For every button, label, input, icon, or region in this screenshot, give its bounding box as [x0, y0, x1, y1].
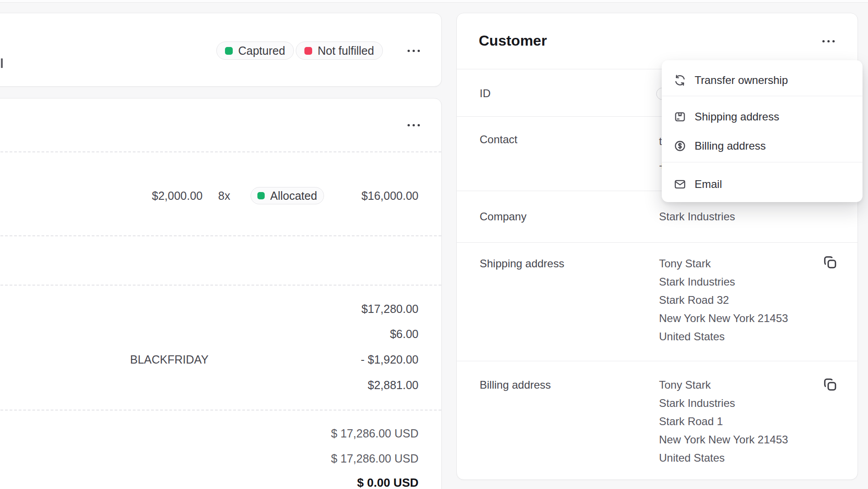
- address-line: Stark Road 32: [659, 291, 788, 309]
- captured-status-dot: [225, 47, 233, 55]
- shipping-address-block: Tony Stark Stark Industries Stark Road 3…: [659, 255, 788, 346]
- dots-icon: [832, 40, 835, 42]
- menu-item-label: Transfer ownership: [695, 74, 788, 87]
- package-icon: [674, 110, 686, 123]
- order-summary-card: $2,000.00 8x Allocated $16,000.00 $17,28…: [0, 98, 442, 489]
- menu-item-billing-address[interactable]: Billing address: [662, 133, 863, 159]
- company-label: Company: [480, 210, 527, 224]
- address-line: Stark Industries: [659, 394, 788, 412]
- id-label: ID: [480, 87, 491, 100]
- dots-icon: [408, 50, 410, 52]
- section-divider: [457, 361, 858, 361]
- address-line: Stark Road 1: [659, 412, 788, 431]
- dots-icon: [413, 124, 415, 126]
- top-bar-edge: [0, 0, 868, 3]
- copy-billing-address-button[interactable]: [822, 376, 838, 393]
- dots-icon: [408, 124, 410, 126]
- line-item-unit-price: $2,000.00: [152, 189, 203, 203]
- address-line: United States: [659, 328, 788, 346]
- billing-address-label: Billing address: [480, 378, 551, 392]
- billing-address-block: Tony Stark Stark Industries Stark Road 1…: [659, 376, 788, 467]
- dots-icon: [418, 124, 420, 126]
- address-line: Stark Industries: [659, 273, 788, 291]
- dots-icon: [413, 50, 415, 52]
- address-line: Tony Stark: [659, 376, 788, 394]
- sync-icon: [674, 74, 686, 87]
- menu-item-label: Email: [695, 178, 722, 191]
- row-divider: [0, 285, 441, 286]
- dollar-circle-icon: [674, 140, 686, 152]
- address-line: New York New York 21453: [659, 309, 788, 328]
- row-divider: [0, 235, 441, 236]
- customer-context-menu: Transfer ownership Shipping address Bill…: [662, 60, 863, 202]
- taxes-value: $2,881.00: [368, 378, 418, 392]
- shipping-address-label: Shipping address: [480, 257, 564, 271]
- company-value: Stark Industries: [659, 210, 735, 224]
- dots-icon: [418, 50, 420, 52]
- address-line: New York New York 21453: [659, 431, 788, 449]
- menu-item-transfer-ownership[interactable]: Transfer ownership: [662, 68, 863, 93]
- contact-label: Contact: [480, 133, 518, 146]
- address-line: United States: [659, 449, 788, 467]
- captured-status-label: Captured: [238, 44, 285, 57]
- row-divider: [0, 151, 441, 152]
- balance-value: $ 0.00 USD: [357, 476, 418, 489]
- menu-item-email[interactable]: Email: [662, 172, 863, 197]
- order-detail-screen: Captured Not fulfilled $2,000.00 8x Allo…: [0, 0, 868, 489]
- subtotal-value: $17,280.00: [361, 302, 418, 316]
- menu-item-shipping-address[interactable]: Shipping address: [662, 104, 863, 130]
- copy-shipping-address-button[interactable]: [822, 254, 838, 271]
- menu-item-label: Billing address: [695, 140, 766, 152]
- total-value: $ 17,286.00 USD: [331, 427, 418, 440]
- dots-icon: [827, 40, 830, 42]
- section-divider: [457, 242, 858, 243]
- customer-card-title: Customer: [479, 32, 547, 49]
- captured-amount-value: $ 17,286.00 USD: [331, 452, 418, 465]
- line-item-quantity: 8x: [218, 189, 230, 203]
- shipping-value: $6.00: [390, 327, 418, 341]
- not-fulfilled-status-label: Not fulfilled: [318, 44, 374, 57]
- menu-item-label: Shipping address: [695, 110, 779, 123]
- payment-card-menu-button[interactable]: [403, 43, 424, 58]
- not-fulfilled-status-dot: [304, 47, 312, 55]
- copy-icon: [822, 376, 838, 393]
- menu-divider: [662, 96, 863, 96]
- mail-icon: [674, 178, 686, 191]
- truncated-text-fragment: [1, 58, 3, 68]
- allocation-status-badge: Allocated: [251, 187, 324, 204]
- order-card-menu-button[interactable]: [403, 118, 424, 132]
- discount-code: BLACKFRIDAY: [130, 353, 209, 366]
- discount-value: - $1,920.00: [361, 353, 419, 366]
- allocated-status-label: Allocated: [270, 189, 317, 203]
- row-divider: [0, 410, 441, 411]
- address-line: Tony Stark: [659, 255, 788, 273]
- payment-status-badge: Captured: [216, 42, 294, 60]
- fulfillment-status-badge: Not fulfilled: [296, 42, 383, 60]
- payment-status-card: Captured Not fulfilled: [0, 13, 442, 87]
- menu-divider: [662, 162, 863, 162]
- dots-icon: [822, 40, 825, 42]
- line-item-total: $16,000.00: [361, 189, 418, 203]
- customer-card-menu-button[interactable]: [817, 34, 839, 48]
- allocated-status-dot: [257, 192, 265, 199]
- copy-icon: [822, 254, 838, 271]
